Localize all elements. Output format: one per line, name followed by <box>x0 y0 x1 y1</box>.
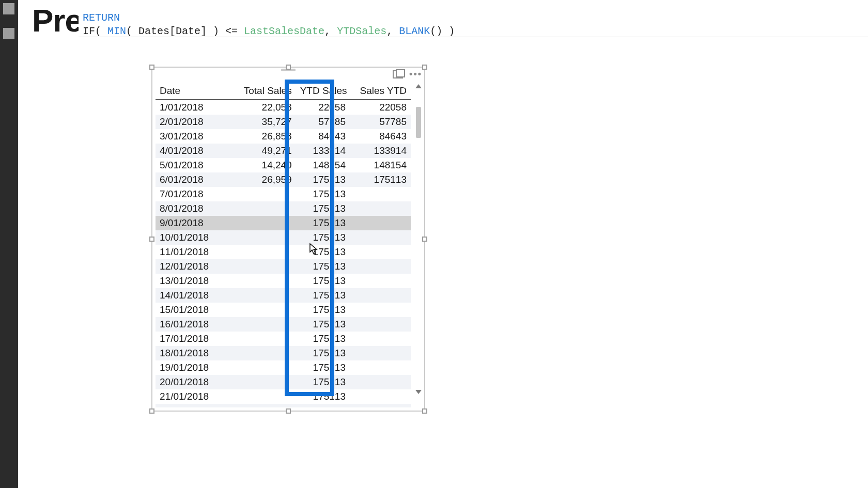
table-row[interactable]: 13/01/2018175113 <box>156 274 411 288</box>
table-row[interactable]: 14/01/2018175113 <box>156 288 411 303</box>
cell-ytd-sales: 175113 <box>296 375 350 389</box>
report-canvas[interactable]: ••• Date Total Sales YTD Sales Sales YTD… <box>18 38 868 488</box>
resize-grip-top[interactable] <box>286 65 291 70</box>
cell-sales-ytd <box>350 360 411 375</box>
cell-total-sales <box>232 317 296 332</box>
cell-total-sales: 35,727 <box>232 115 296 129</box>
report-view-icon[interactable] <box>3 3 14 14</box>
cell-total-sales <box>232 216 296 230</box>
view-rail <box>0 0 18 488</box>
table-row[interactable]: 4/01/201849,271133914133914 <box>156 144 411 158</box>
cell-total-sales <box>232 332 296 346</box>
more-options-icon[interactable]: ••• <box>409 69 422 80</box>
table-row[interactable]: 22/01/2018175113 <box>156 404 411 407</box>
cell-sales-ytd <box>350 230 411 245</box>
cell-ytd-sales: 175113 <box>296 230 350 245</box>
cell-date: 10/01/2018 <box>156 230 232 245</box>
table-row[interactable]: 6/01/201826,959175113175113 <box>156 172 411 187</box>
resize-grip-tl[interactable] <box>149 65 154 70</box>
vertical-scrollbar[interactable] <box>414 83 423 395</box>
cell-date: 15/01/2018 <box>156 303 232 317</box>
col-header-date[interactable]: Date <box>156 82 232 100</box>
cell-date: 14/01/2018 <box>156 288 232 303</box>
table-row[interactable]: 17/01/2018175113 <box>156 332 411 346</box>
cell-date: 2/01/2018 <box>156 115 232 129</box>
resize-grip-tr[interactable] <box>422 65 427 70</box>
model-view-icon[interactable] <box>3 28 14 39</box>
cell-ytd-sales: 175113 <box>296 216 350 230</box>
table-row[interactable]: 15/01/2018175113 <box>156 303 411 317</box>
cell-sales-ytd <box>350 404 411 407</box>
cell-ytd-sales: 175113 <box>296 360 350 375</box>
scroll-down-icon[interactable] <box>415 390 422 394</box>
cell-date: 4/01/2018 <box>156 144 232 158</box>
resize-grip-br[interactable] <box>422 408 427 414</box>
table-visual[interactable]: ••• Date Total Sales YTD Sales Sales YTD… <box>151 67 425 412</box>
cell-total-sales <box>232 201 296 216</box>
cell-sales-ytd: 148154 <box>350 158 411 172</box>
resize-grip-right[interactable] <box>422 237 427 242</box>
table-row[interactable]: 18/01/2018175113 <box>156 346 411 360</box>
cell-total-sales: 49,271 <box>232 144 296 158</box>
cell-sales-ytd: 57785 <box>350 115 411 129</box>
cell-sales-ytd <box>350 288 411 303</box>
mouse-cursor <box>309 243 318 255</box>
cell-total-sales <box>232 389 296 404</box>
cell-date: 8/01/2018 <box>156 201 232 216</box>
cell-total-sales <box>232 259 296 274</box>
table-row[interactable]: 8/01/2018175113 <box>156 201 411 216</box>
cell-ytd-sales: 175113 <box>296 346 350 360</box>
table-row[interactable]: 5/01/201814,240148154148154 <box>156 158 411 172</box>
cell-date: 7/01/2018 <box>156 187 232 201</box>
table-row[interactable]: 19/01/2018175113 <box>156 360 411 375</box>
table-header-row: Date Total Sales YTD Sales Sales YTD <box>156 82 411 100</box>
scroll-up-icon[interactable] <box>415 84 422 88</box>
visual-header: ••• <box>393 69 422 80</box>
cell-date: 11/01/2018 <box>156 245 232 259</box>
cell-ytd-sales: 175113 <box>296 245 350 259</box>
cell-date: 5/01/2018 <box>156 158 232 172</box>
cell-sales-ytd <box>350 201 411 216</box>
table-row[interactable]: 12/01/2018175113 <box>156 259 411 274</box>
table-row[interactable]: 11/01/2018175113 <box>156 245 411 259</box>
table-row[interactable]: 7/01/2018175113 <box>156 187 411 201</box>
cell-ytd-sales: 175113 <box>296 317 350 332</box>
col-header-total-sales[interactable]: Total Sales <box>232 82 296 100</box>
cell-ytd-sales: 175113 <box>296 389 350 404</box>
cell-total-sales <box>232 274 296 288</box>
cell-total-sales <box>232 360 296 375</box>
cell-sales-ytd: 84643 <box>350 129 411 144</box>
resize-grip-left[interactable] <box>149 237 154 242</box>
cell-sales-ytd <box>350 375 411 389</box>
cell-date: 6/01/2018 <box>156 172 232 187</box>
table-row[interactable]: 16/01/2018175113 <box>156 317 411 332</box>
table-row[interactable]: 9/01/2018175113 <box>156 216 411 230</box>
table-row[interactable]: 10/01/2018175113 <box>156 230 411 245</box>
formula-bar[interactable]: RETURN IF( MIN( Dates[Date] ) <= LastSal… <box>79 11 868 37</box>
cell-total-sales <box>232 303 296 317</box>
resize-grip-bl[interactable] <box>149 408 154 414</box>
focus-mode-icon[interactable] <box>393 70 403 78</box>
scroll-thumb[interactable] <box>416 107 421 138</box>
col-header-sales-ytd[interactable]: Sales YTD <box>350 82 411 100</box>
table-row[interactable]: 2/01/201835,7275778557785 <box>156 115 411 129</box>
cell-sales-ytd: 22058 <box>350 100 411 115</box>
col-header-ytd-sales[interactable]: YTD Sales <box>296 82 350 100</box>
resize-grip-bottom[interactable] <box>286 408 291 414</box>
cell-sales-ytd <box>350 187 411 201</box>
cell-ytd-sales: 133914 <box>296 144 350 158</box>
table-row[interactable]: 20/01/2018175113 <box>156 375 411 389</box>
table-row[interactable]: 3/01/201826,8588464384643 <box>156 129 411 144</box>
cell-total-sales: 26,858 <box>232 129 296 144</box>
table-row[interactable]: 21/01/2018175113 <box>156 389 411 404</box>
cell-ytd-sales: 175113 <box>296 288 350 303</box>
cell-ytd-sales: 175113 <box>296 404 350 407</box>
cell-total-sales <box>232 288 296 303</box>
cell-total-sales <box>232 346 296 360</box>
cell-sales-ytd <box>350 259 411 274</box>
dax-fn-min: MIN <box>107 25 126 37</box>
table-row[interactable]: 1/01/201822,0582205822058 <box>156 100 411 115</box>
cell-date: 21/01/2018 <box>156 389 232 404</box>
cell-sales-ytd <box>350 274 411 288</box>
table-scroll-area[interactable]: Date Total Sales YTD Sales Sales YTD 1/0… <box>156 82 421 407</box>
